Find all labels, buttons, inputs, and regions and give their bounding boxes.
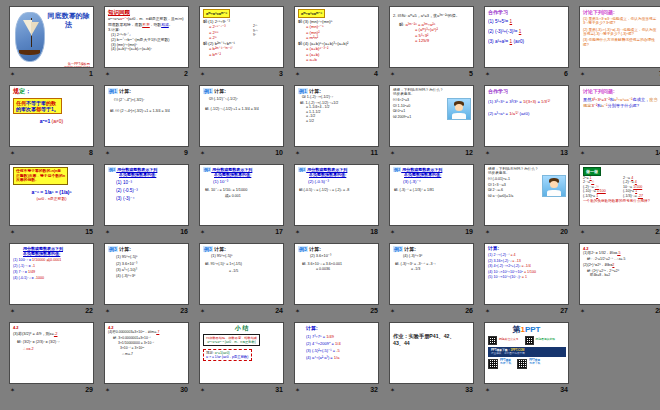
text-span: 解. (-1/2)⁻²-(-1/2)²+1 = 1-3/4 = 3/4 bbox=[205, 107, 259, 111]
transition-star-icon[interactable]: ✶ bbox=[580, 308, 585, 314]
transition-star-icon[interactable]: ✶ bbox=[10, 387, 15, 393]
slide-thumbnail[interactable]: 例2 用分数或整数表示下列各负整数指数幂的值:(1) 10⁻³解. 10⁻³ =… bbox=[199, 164, 284, 226]
layout-row: 想想：下列说法对吗？为什么？请发表意见。⑴ (-0.01)⁰=-1⑵ 1÷3⁻¹… bbox=[488, 167, 565, 198]
slide-thumbnail[interactable]: 做一做2⁰= 12⁻¹= ½(-2)⁻¹= -½(-10)⁻²= 1/100(-… bbox=[579, 164, 660, 226]
slide-thumbnail[interactable]: 2. 已知: aᵐ=5，aⁿ=3，求a³ᵐ⁻²ⁿ的值。解: a³ᵐ⁻²ⁿ = a… bbox=[389, 6, 474, 68]
cartoon-boy-image bbox=[447, 98, 471, 120]
transition-star-icon[interactable]: ✶ bbox=[200, 387, 205, 393]
transition-star-icon[interactable]: ✶ bbox=[390, 71, 395, 77]
slide-text-line: (3) a³÷a³= 1 (a≠0) bbox=[488, 39, 565, 45]
layout-cell: 想想：下列说法对吗？为什么？请发表意见。⑴ 6÷2⁰=3⑵ 1-10⁰=0⑶ 0… bbox=[393, 88, 445, 119]
text-span: 各负整数指数幂的值: bbox=[23, 251, 60, 256]
transition-star-icon[interactable]: ✶ bbox=[10, 150, 15, 156]
slide-thumbnail[interactable]: 4.2(3)若(3/2)ˣ = 4/9，则x=-2解: (3/2)ˣ = (2/… bbox=[9, 322, 94, 384]
slide-thumbnail[interactable]: 规定：任何不等于零的数的零次幂都等于1。a⁰=1 (a≠0) bbox=[9, 85, 94, 147]
slide-thumbnail[interactable]: 合作学习(1) 3³÷3⁵ = 3³/3⁵ = 1/(3×3) = 1/3⁽²⁾… bbox=[484, 85, 569, 147]
text-span: ½ bbox=[591, 180, 594, 184]
slide-text-line: 各负整数指数幂的值: bbox=[214, 172, 280, 177]
slide-thumbnail[interactable]: 想想：下列说法对吗？为什么？请发表意见。⑴ 6÷2⁰=3⑵ 1-10⁰=0⑶ 0… bbox=[389, 85, 474, 147]
slide-thumbnail[interactable]: 4.2(4)若0.0000003=3×10ᵐ，则m=-7解. 3×0.00000… bbox=[104, 322, 189, 384]
transition-star-icon[interactable]: ✶ bbox=[485, 387, 490, 393]
slide-thumbnail[interactable]: 第1PPT扫码关注公众号扫码看视频教程PPT模板下载：1PPT.COM行业模板、… bbox=[484, 322, 569, 384]
transition-star-icon[interactable]: ✶ bbox=[200, 308, 205, 314]
transition-star-icon[interactable]: ✶ bbox=[105, 71, 110, 77]
transition-star-icon[interactable]: ✶ bbox=[105, 387, 110, 393]
text-span: = 5³÷3² bbox=[415, 33, 428, 38]
slide-thumbnail[interactable]: 例3 计算:(1) 95⁵×(-5)⁵解. 95⁵×(-5)⁵ = 1×(-1/… bbox=[199, 243, 284, 305]
slide-thumbnail[interactable]: 例1 计算:⑵ (-1/2)⁻²-(-1/2)²解. (-1/2)⁻²-(-1/… bbox=[199, 85, 284, 147]
transition-star-icon[interactable]: ✶ bbox=[295, 308, 300, 314]
slide-thumbnail[interactable]: 例2 用分数或整数表示下列各负整数指数幂的值:(1) 10⁻³(2) (-0.5… bbox=[104, 164, 189, 226]
qr-code-image bbox=[488, 359, 498, 369]
transition-star-icon[interactable]: ✶ bbox=[390, 387, 395, 393]
slide-thumbnail[interactable]: 例1 计算:⑴ (2⁻¹-4⁰)×(-3/2)²解. ⑴ (2⁻¹-4⁰)×(-… bbox=[104, 85, 189, 147]
transition-star-icon[interactable]: ✶ bbox=[485, 71, 490, 77]
transition-star-icon[interactable]: ✶ bbox=[390, 229, 395, 235]
transition-star-icon[interactable]: ✶ bbox=[105, 308, 110, 314]
slide-thumbnail[interactable]: 讨论下列问题:显然3³÷3⁵=3⁻²和a³÷a⁵=a⁻²也成立，应当规定3⁻²和… bbox=[579, 85, 660, 147]
transition-star-icon[interactable]: ✶ bbox=[295, 71, 300, 77]
slide-thumbnail[interactable]: 作业：实验手册P41、42、43、44 bbox=[389, 322, 474, 384]
transition-star-icon[interactable]: ✶ bbox=[200, 229, 205, 235]
slide-thumbnail[interactable]: 计算:(1) 7³÷7⁵ = 1/49(2) 4⁻¹×2009⁰ = 1/4(3… bbox=[294, 322, 379, 384]
slide-text-line: (4) (a+b)⁶÷(a+b)³÷(a+b)² bbox=[111, 47, 185, 52]
text-span: 扫码关注公众号 bbox=[499, 337, 519, 341]
slide-text-line: 解: ∵2ˣ=1/2⁵=2⁻⁵，∴x=-5 bbox=[587, 257, 660, 261]
slide-thumbnail[interactable]: aᵐ÷aⁿ=aᵐ⁻ⁿ解:(3) (mn)⁷÷(mn)⁵= (mn)⁷⁻⁵= (m… bbox=[294, 6, 379, 68]
slide-thumbnail[interactable]: 用分数或整数表示下列各负整数指数幂的值:(1) 100⁻² = 1/10000 … bbox=[9, 243, 94, 305]
slide-thumbnail[interactable]: 讨论下列问题:(1) 显然3³÷3⁵=3⁻²也能成立，你认为应当规定3⁻²等于多… bbox=[579, 6, 660, 68]
slide-cell: 用分数或整数表示下列各负整数指数幂的值:(1) 100⁻² = 1/10000 … bbox=[9, 243, 94, 316]
text-span: -7 bbox=[156, 330, 159, 334]
transition-star-icon[interactable]: ✶ bbox=[390, 150, 395, 156]
slide-footer: ✶14 bbox=[579, 147, 660, 158]
text-span: (3) 4÷(-2)⁻²×2⁰+(-2)³ bbox=[488, 264, 520, 268]
text-span: 1PPT.COM bbox=[510, 348, 524, 352]
slide-thumbnail[interactable]: 计算:(1) 2⁻²÷(-2)⁻⁴ = 4(2) 3-16×(-2)⁻³ = -… bbox=[484, 243, 569, 305]
slide-thumbnail[interactable]: 例1 计算:⑶ 1-(-2)⁻²×(-1/2)⁻²解. 1-(-2)⁻²×(-1… bbox=[294, 85, 379, 147]
transition-star-icon[interactable]: ✶ bbox=[200, 150, 205, 156]
slide-thumbnail[interactable]: 小 结同底数幂相除，底数不变，指数相减aᵐ÷aⁿ=aᵐ⁻ⁿ (a≠0，m、n是正… bbox=[199, 322, 284, 384]
text-span: ⑴ 6÷2⁰=3 bbox=[393, 98, 409, 102]
slide-thumbnail[interactable]: 任何不等于零的数的-n(n是正整数)次幂，等于这个数的n次幂的倒数。a⁻ⁿ = … bbox=[9, 164, 94, 226]
slide-thumbnail[interactable]: aᵐ÷aⁿ=aᵐ⁻ⁿ解:(1) 2⁷⁸÷9⁷⁺³= 2⁷⁸⁻⁷⁻³= 2⁶⁸= … bbox=[199, 6, 284, 68]
layout-row: PPT模板免费下载PPT背景免费下载 bbox=[488, 359, 565, 369]
slide-cell: 例3 计算:(4) (-3)⁵÷3⁶解. (-3)⁵÷3⁶ = -3⁵⁻⁶ = … bbox=[389, 243, 474, 316]
slide-thumbnail[interactable]: 同底数幂的除法第一PPT模板网 WWW.1PPT.COM bbox=[9, 6, 94, 68]
slide-thumbnail[interactable]: 4.2(1)若2ˣ = 1/32，则x=-5解: ∵2ˣ=1/2⁵=2⁻⁵，∴x… bbox=[579, 243, 660, 305]
transition-star-icon[interactable]: ✶ bbox=[10, 71, 15, 77]
transition-star-icon[interactable]: ✶ bbox=[485, 308, 490, 314]
transition-star-icon[interactable]: ✶ bbox=[105, 229, 110, 235]
text-span: 分别等于什么呢? bbox=[607, 103, 639, 108]
slide-text-line: 讨论下列问题: bbox=[583, 9, 660, 15]
transition-star-icon[interactable]: ✶ bbox=[105, 150, 110, 156]
transition-star-icon[interactable]: ✶ bbox=[485, 150, 490, 156]
slide-thumbnail[interactable]: 知识回顾aᵐ÷aⁿ=aᵐ⁻ⁿ(a≠0，m、n都是正整数，且m>n)同底数幂相除，… bbox=[104, 6, 189, 68]
transition-star-icon[interactable]: ✶ bbox=[200, 71, 205, 77]
transition-star-icon[interactable]: ✶ bbox=[580, 150, 585, 156]
transition-star-icon[interactable]: ✶ bbox=[485, 229, 490, 235]
transition-star-icon[interactable]: ✶ bbox=[295, 150, 300, 156]
transition-star-icon[interactable]: ✶ bbox=[390, 308, 395, 314]
slide-text-line: ⑶ 2⁻³=-6 bbox=[488, 188, 540, 192]
slide-thumbnail[interactable]: 例3 计算:(4) (-3)⁵÷3⁶解. (-3)⁵÷3⁶ = -3⁵⁻⁶ = … bbox=[389, 243, 474, 305]
slide-thumbnail[interactable]: 例2 用分数或整数表示下列各负整数指数幂的值:(3) (-3)⁻⁴解. (-3)… bbox=[389, 164, 474, 226]
slide-footer: ✶23 bbox=[104, 305, 189, 316]
text-span: 例1 bbox=[203, 88, 213, 94]
text-span: aᵐ÷aⁿ= bbox=[108, 17, 120, 21]
transition-star-icon[interactable]: ✶ bbox=[10, 308, 15, 314]
transition-star-icon[interactable]: ✶ bbox=[295, 229, 300, 235]
transition-star-icon[interactable]: ✶ bbox=[580, 229, 585, 235]
slide-text-line: 例1 计算: bbox=[108, 88, 185, 94]
slide-thumbnail[interactable]: 例3 计算:(2) 3.6×10⁻³解. 3.6×10⁻³ = 3.6×0.00… bbox=[294, 243, 379, 305]
slide-thumbnail[interactable]: 合作学习(1) 5³÷5³= 1(2) (-3)³÷(-3)³= 1(3) a³… bbox=[484, 6, 569, 68]
boy-face bbox=[455, 104, 463, 111]
slide-thumbnail[interactable]: 例2 用分数或整数表示下列各负整数指数幂的值:(2) (-0.5)⁻³解.(-0… bbox=[294, 164, 379, 226]
cartoon-boy-image bbox=[542, 175, 566, 197]
slide-thumbnail[interactable]: 想想：下列说法对吗？为什么？请发表意见。⑴ (-0.01)⁰=-1⑵ 1÷3⁻¹… bbox=[484, 164, 569, 226]
transition-star-icon[interactable]: ✶ bbox=[10, 229, 15, 235]
transition-star-icon[interactable]: ✶ bbox=[295, 387, 300, 393]
slide-text-line: 想想：下列说法对吗？为什么？请发表意见。 bbox=[393, 88, 445, 97]
transition-star-icon[interactable]: ✶ bbox=[580, 71, 585, 77]
slide-thumbnail[interactable]: 例3 计算:(1) 95⁵×(-5)⁵(2) 3.6×10⁻³(3) a³÷(-… bbox=[104, 243, 189, 305]
text-span: = -13 bbox=[511, 259, 520, 263]
